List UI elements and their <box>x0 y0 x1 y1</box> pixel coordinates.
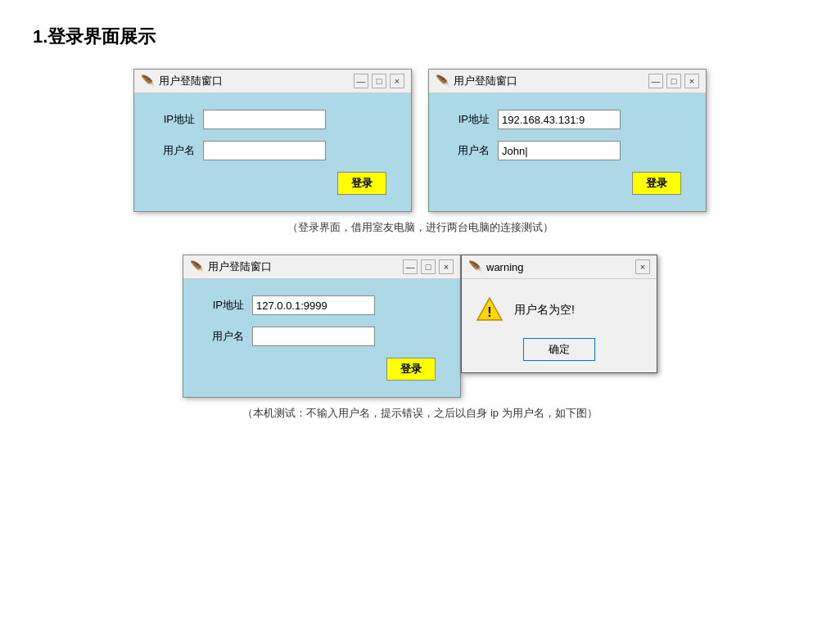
login-window-1: 🪶 用户登陆窗口 — □ × IP地址 用户名 登录 <box>133 69 412 212</box>
minimize-btn-2[interactable]: — <box>648 74 663 88</box>
confirm-button[interactable]: 确定 <box>523 338 595 361</box>
user-label-2: 用户名 <box>454 143 490 158</box>
warning-triangle-icon: ! <box>475 295 504 325</box>
warning-body: ! 用户名为空! 确定 <box>462 279 657 372</box>
user-input-2[interactable] <box>498 141 621 160</box>
warning-btn-row: 确定 <box>475 338 644 361</box>
warning-title-bar: 🪶 warning × <box>462 255 657 279</box>
warning-message: 用户名为空! <box>514 303 575 318</box>
btn-row-2: 登录 <box>454 172 681 195</box>
ip-input-2[interactable] <box>498 110 621 129</box>
minimize-btn-3[interactable]: — <box>403 259 418 274</box>
window-title-3: 用户登陆窗口 <box>208 259 272 274</box>
user-input-1[interactable] <box>203 141 326 160</box>
login-window-3: 🪶 用户登陆窗口 — □ × IP地址 用户名 登录 <box>183 255 461 398</box>
ip-row-3: IP地址 <box>208 295 436 315</box>
login-button-2[interactable]: 登录 <box>632 172 681 195</box>
user-row-3: 用户名 <box>208 327 436 346</box>
window-icon-3: 🪶 <box>190 260 204 273</box>
ip-label-2: IP地址 <box>454 112 490 127</box>
title-bar-1: 🪶 用户登陆窗口 — □ × <box>134 70 411 93</box>
title-bar-3: 🪶 用户登陆窗口 — □ × <box>183 255 460 279</box>
login-button-3[interactable]: 登录 <box>386 358 436 381</box>
top-row-windows: 🪶 用户登陆窗口 — □ × IP地址 用户名 登录 <box>33 69 807 212</box>
user-row-1: 用户名 <box>159 141 386 160</box>
window-body-3: IP地址 用户名 登录 <box>183 279 460 397</box>
close-btn-3[interactable]: × <box>439 259 454 274</box>
bottom-row-windows: 🪶 用户登陆窗口 — □ × IP地址 用户名 登录 <box>33 255 807 398</box>
win-controls-3: — □ × <box>403 259 454 274</box>
title-left-2: 🪶 用户登陆窗口 <box>436 74 517 88</box>
title-left-1: 🪶 用户登陆窗口 <box>141 74 223 88</box>
window-title-1: 用户登陆窗口 <box>159 74 223 88</box>
btn-row-3: 登录 <box>208 358 436 381</box>
title-bar-2: 🪶 用户登陆窗口 — □ × <box>429 70 706 93</box>
title-left-3: 🪶 用户登陆窗口 <box>190 259 272 274</box>
ip-label-1: IP地址 <box>159 112 195 127</box>
window-title-2: 用户登陆窗口 <box>454 74 517 88</box>
window-body-1: IP地址 用户名 登录 <box>134 93 411 211</box>
user-row-2: 用户名 <box>454 141 681 160</box>
ip-label-3: IP地址 <box>208 298 244 313</box>
ip-row-1: IP地址 <box>159 110 386 129</box>
login-button-1[interactable]: 登录 <box>337 172 386 195</box>
svg-text:!: ! <box>487 305 491 319</box>
win-controls-1: — □ × <box>354 74 404 88</box>
win-controls-2: — □ × <box>648 74 699 88</box>
minimize-btn-1[interactable]: — <box>354 74 368 88</box>
ip-row-2: IP地址 <box>454 110 681 129</box>
warning-close-btn[interactable]: × <box>635 259 650 274</box>
warning-dialog-icon: 🪶 <box>468 260 482 273</box>
warning-title-text: warning <box>486 261 524 273</box>
warning-title-left: 🪶 warning <box>468 260 524 273</box>
page-title: 1.登录界面展示 <box>33 25 807 49</box>
close-btn-1[interactable]: × <box>390 74 404 88</box>
caption-2: （本机测试：不输入用户名，提示错误，之后以自身 ip 为用户名，如下图） <box>33 406 807 421</box>
ip-input-3[interactable] <box>252 295 375 315</box>
window-icon-1: 🪶 <box>141 74 155 88</box>
btn-row-1: 登录 <box>159 172 386 195</box>
maximize-btn-3[interactable]: □ <box>421 259 436 274</box>
warning-content: ! 用户名为空! <box>475 295 644 325</box>
user-input-3[interactable] <box>252 327 375 346</box>
ip-input-1[interactable] <box>203 110 326 129</box>
login-window-2: 🪶 用户登陆窗口 — □ × IP地址 用户名 登录 <box>428 69 707 212</box>
user-label-1: 用户名 <box>159 143 195 158</box>
caption-1: （登录界面，借用室友电脑，进行两台电脑的连接测试） <box>33 220 807 235</box>
maximize-btn-1[interactable]: □ <box>372 74 386 88</box>
user-label-3: 用户名 <box>208 329 244 344</box>
warning-dialog: 🪶 warning × ! 用户名为空! 确定 <box>461 255 657 373</box>
maximize-btn-2[interactable]: □ <box>666 74 681 88</box>
window-icon-2: 🪶 <box>436 74 449 88</box>
window-body-2: IP地址 用户名 登录 <box>429 93 706 211</box>
close-btn-2[interactable]: × <box>684 74 699 88</box>
